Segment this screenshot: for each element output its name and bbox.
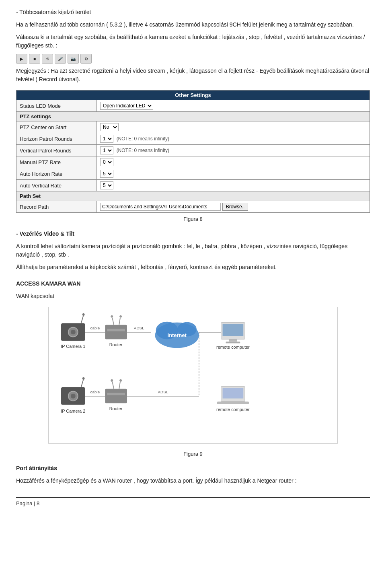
- horizon-patrol-select[interactable]: 1 0 2 3: [100, 135, 113, 143]
- note-text: Megjegyzés : Ha azt szeretné rögzíteni a…: [16, 67, 370, 84]
- record-button[interactable]: 🎤: [55, 54, 66, 64]
- port-text: Hozzáférés a fényképezőgép és a WAN rout…: [16, 477, 370, 485]
- port-title: Port átirányítás: [16, 464, 370, 473]
- svg-point-29: [111, 379, 113, 381]
- ip-camera2-label: IP Camera 2: [61, 409, 85, 413]
- svg-point-8: [111, 315, 113, 317]
- table-row: Auto Vertical Rate 5 1 2 3 4: [16, 180, 370, 191]
- media-controls: ▶ ■ ⟲ 🎤 📷 ⚙: [16, 54, 370, 64]
- svg-rect-36: [217, 401, 249, 404]
- svg-rect-18: [223, 324, 244, 336]
- svg-point-10: [119, 315, 122, 317]
- manual-ptz-select[interactable]: 0 1 2: [100, 158, 113, 166]
- camera-button[interactable]: 📷: [68, 54, 79, 64]
- ptz-settings-header: PTZ settings: [16, 112, 370, 121]
- auto-vertical-value[interactable]: 5 1 2 3 4: [97, 180, 370, 191]
- ip-camera1-label: IP Camera 1: [61, 344, 85, 349]
- remote2-label: remote computer: [216, 407, 250, 412]
- svg-rect-20: [226, 341, 240, 343]
- svg-rect-19: [229, 339, 237, 341]
- manual-ptz-value[interactable]: 0 1 2: [97, 156, 370, 168]
- auto-vertical-label: Auto Vertical Rate: [16, 180, 97, 191]
- svg-point-31: [119, 379, 122, 381]
- wan-label: WAN kapcsolat: [16, 292, 370, 300]
- page-content: - Többcsatornás kijelző terület Ha a fel…: [16, 8, 370, 506]
- settings-table: Other Settings Status LED Mode Open Indi…: [16, 90, 370, 213]
- browse-button[interactable]: Browse..: [222, 203, 248, 211]
- auto-vertical-select[interactable]: 5 1 2 3 4: [100, 181, 113, 189]
- svg-rect-27: [105, 389, 127, 403]
- svg-point-2: [71, 329, 76, 334]
- stop-button[interactable]: ■: [29, 54, 40, 64]
- svg-line-9: [119, 317, 120, 325]
- table-row: Record Path Browse..: [16, 201, 370, 213]
- ptz-center-value[interactable]: No Yes: [97, 121, 370, 133]
- svg-rect-11: [107, 329, 125, 331]
- network-diagram: IP Camera 1 cable Router ADSL Internet r…: [48, 307, 338, 444]
- svg-line-24: [81, 379, 84, 387]
- adsl2-label: ADSL: [158, 389, 168, 394]
- vertical-patrol-value[interactable]: 1 0 2 3 (NOTE: 0 means infinity): [97, 145, 370, 156]
- auto-horizon-value[interactable]: 5 1 2 3 4: [97, 168, 370, 180]
- svg-point-23: [71, 393, 76, 398]
- rewind-button[interactable]: ⟲: [42, 54, 53, 64]
- ptz-center-label: PTZ Center on Start: [16, 121, 97, 133]
- play-button[interactable]: ▶: [16, 54, 27, 64]
- remote1-label: remote computer: [216, 345, 250, 350]
- vezerlés-bold: - Vezérlés Video & Tilt: [16, 230, 74, 237]
- intro-line2: Ha a felhasználó ad több csatornán ( 5.3…: [16, 21, 370, 29]
- figura9-label: Figura 9: [16, 450, 370, 458]
- vertical-patrol-select[interactable]: 1 0 2 3: [100, 146, 113, 154]
- svg-line-3: [81, 315, 84, 323]
- vezerlés-text: A kontroll lehet változtatni kamera pozí…: [16, 242, 370, 259]
- svg-rect-6: [105, 325, 127, 339]
- status-led-select[interactable]: Open Indicator LED: [100, 102, 153, 110]
- svg-point-4: [82, 313, 85, 315]
- table-row: PTZ Center on Start No Yes: [16, 121, 370, 133]
- table-title: Other Settings: [16, 90, 370, 100]
- adsl1-label: ADSL: [134, 325, 144, 330]
- status-led-label: Status LED Mode: [16, 100, 97, 112]
- auto-horizon-select[interactable]: 5 1 2 3 4: [100, 170, 113, 178]
- footer-bar: Pagina | 8: [16, 497, 370, 506]
- horizon-patrol-value[interactable]: 1 0 2 3 (NOTE: 0 means infinity): [97, 133, 370, 145]
- cable2-label: cable: [90, 389, 100, 394]
- record-path-input[interactable]: [100, 203, 221, 211]
- vezerlés-title: - Vezérlés Video & Tilt: [16, 230, 370, 238]
- settings-button[interactable]: ⚙: [80, 54, 92, 64]
- status-led-value[interactable]: Open Indicator LED: [97, 100, 370, 112]
- figura8-label: Figura 8: [16, 215, 370, 223]
- svg-line-30: [119, 381, 120, 389]
- intro-line3: Válassza ki a tartalmát egy szobába, és …: [16, 33, 370, 50]
- svg-line-28: [112, 381, 114, 389]
- cable1-label: cable: [90, 325, 100, 330]
- vertical-patrol-label: Vertical Patrol Rounds: [16, 145, 97, 156]
- table-row: Status LED Mode Open Indicator LED: [16, 100, 370, 112]
- path-set-header: Path Set: [16, 191, 370, 201]
- allithatja-text: Állíthatja be paramétereket a képkockák …: [16, 263, 370, 271]
- footer-text: Pagina | 8: [16, 500, 39, 506]
- table-row: Auto Horizon Rate 5 1 2 3 4: [16, 168, 370, 180]
- intro-line1: - Többcsatornás kijelző terület: [16, 8, 370, 16]
- svg-point-25: [82, 377, 85, 379]
- auto-horizon-label: Auto Horizon Rate: [16, 168, 97, 180]
- svg-rect-35: [223, 388, 244, 398]
- vertical-patrol-note: (NOTE: 0 means infinity): [117, 148, 169, 153]
- router1-label: Router: [109, 342, 123, 347]
- horizon-patrol-label: Horizon Patrol Rounds: [16, 133, 97, 145]
- table-row: PTZ settings: [16, 112, 370, 121]
- table-row: Vertical Patrol Rounds 1 0 2 3 (NOTE: 0 …: [16, 145, 370, 156]
- svg-rect-32: [107, 393, 125, 395]
- record-path-label: Record Path: [16, 201, 97, 213]
- ptz-center-select[interactable]: No Yes: [100, 123, 119, 131]
- manual-ptz-label: Manual PTZ Rate: [16, 156, 97, 168]
- table-row: Manual PTZ Rate 0 1 2: [16, 156, 370, 168]
- internet-label: Internet: [168, 332, 187, 338]
- table-row: Path Set: [16, 191, 370, 201]
- router2-label: Router: [109, 406, 123, 411]
- horizon-patrol-note: (NOTE: 0 means infinity): [117, 136, 169, 142]
- record-path-value[interactable]: Browse..: [97, 201, 370, 213]
- access-section: ACCESS KAMARA WAN WAN kapcsolat: [16, 280, 370, 300]
- svg-line-7: [112, 317, 114, 325]
- table-row: Horizon Patrol Rounds 1 0 2 3 (NOTE: 0 m…: [16, 133, 370, 145]
